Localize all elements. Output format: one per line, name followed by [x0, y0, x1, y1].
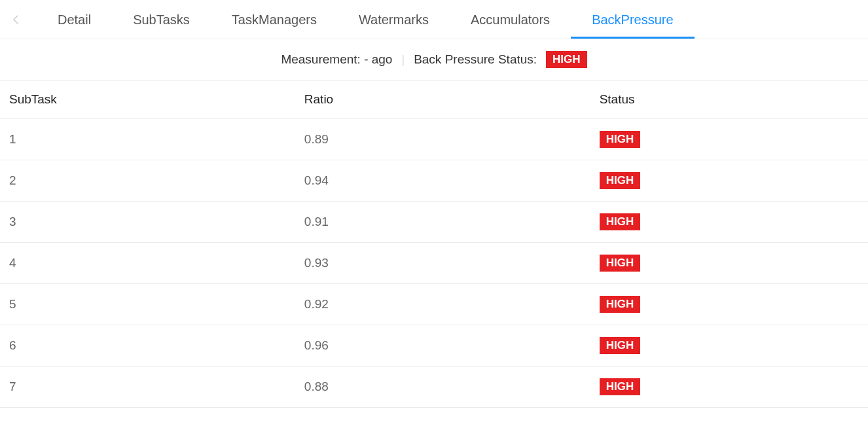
cell-ratio: 0.96	[295, 325, 590, 366]
status-badge: HIGH	[600, 296, 641, 313]
header-subtask: SubTask	[0, 80, 295, 119]
cell-subtask: 5	[0, 284, 295, 325]
tabs-prev-arrow[interactable]	[5, 9, 26, 30]
cell-subtask: 7	[0, 366, 295, 408]
cell-status: HIGH	[590, 119, 868, 160]
chevron-left-icon	[12, 15, 19, 24]
status-badge: HIGH	[600, 213, 641, 230]
status-badge: HIGH	[600, 337, 641, 354]
tab-subtasks[interactable]: SubTasks	[112, 1, 211, 39]
header-ratio: Ratio	[295, 80, 590, 119]
cell-ratio: 0.92	[295, 284, 590, 325]
tab-detail[interactable]: Detail	[26, 1, 112, 39]
tab-watermarks[interactable]: Watermarks	[338, 1, 450, 39]
cell-status: HIGH	[590, 160, 868, 202]
table-row: 40.93HIGH	[0, 243, 868, 284]
cell-status: HIGH	[590, 284, 868, 325]
cell-status: HIGH	[590, 202, 868, 243]
summary-divider: |	[401, 53, 405, 67]
cell-subtask: 1	[0, 119, 295, 160]
cell-subtask: 6	[0, 325, 295, 366]
cell-status: HIGH	[590, 325, 868, 366]
tabs-bar: DetailSubTasksTaskManagersWatermarksAccu…	[0, 0, 868, 39]
tab-taskmanagers[interactable]: TaskManagers	[211, 1, 338, 39]
status-badge: HIGH	[600, 255, 641, 272]
backpressure-status-badge: HIGH	[546, 51, 587, 68]
table-header-row: SubTask Ratio Status	[0, 80, 868, 119]
tab-accumulators[interactable]: Accumulators	[450, 1, 571, 39]
cell-ratio: 0.93	[295, 243, 590, 284]
backpressure-table: SubTask Ratio Status 10.89HIGH20.94HIGH3…	[0, 80, 868, 408]
cell-ratio: 0.94	[295, 160, 590, 202]
tab-backpressure[interactable]: BackPressure	[571, 1, 695, 39]
status-badge: HIGH	[600, 131, 641, 148]
cell-ratio: 0.89	[295, 119, 590, 160]
cell-status: HIGH	[590, 366, 868, 408]
table-row: 20.94HIGH	[0, 160, 868, 202]
table-row: 30.91HIGH	[0, 202, 868, 243]
measurement-label: Measurement: - ago	[281, 52, 392, 67]
table-row: 70.88HIGH	[0, 366, 868, 408]
table-row: 10.89HIGH	[0, 119, 868, 160]
tabs-list: DetailSubTasksTaskManagersWatermarksAccu…	[26, 1, 695, 39]
status-badge: HIGH	[600, 172, 641, 189]
table-row: 60.96HIGH	[0, 325, 868, 366]
cell-ratio: 0.91	[295, 202, 590, 243]
summary-bar: Measurement: - ago | Back Pressure Statu…	[0, 39, 868, 80]
measurement-value: - ago	[364, 52, 392, 66]
cell-subtask: 3	[0, 202, 295, 243]
cell-ratio: 0.88	[295, 366, 590, 408]
backpressure-status-label: Back Pressure Status:	[414, 52, 537, 67]
cell-status: HIGH	[590, 243, 868, 284]
status-badge: HIGH	[600, 378, 641, 395]
cell-subtask: 2	[0, 160, 295, 202]
header-status: Status	[590, 80, 868, 119]
cell-subtask: 4	[0, 243, 295, 284]
table-row: 50.92HIGH	[0, 284, 868, 325]
